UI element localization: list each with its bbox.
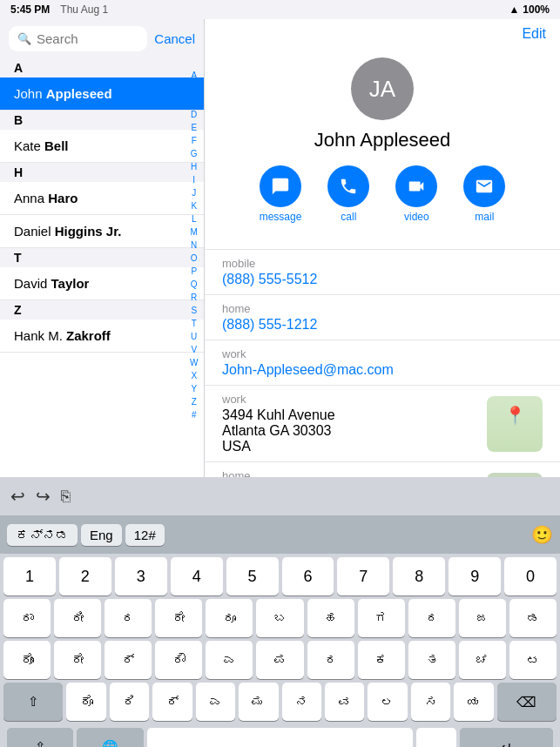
key-sa[interactable]: ಸ bbox=[411, 683, 450, 721]
key-cha[interactable]: ಚ bbox=[459, 641, 506, 679]
numbers-key[interactable]: 12# bbox=[125, 524, 165, 546]
index-V[interactable]: V bbox=[191, 344, 197, 356]
index-O[interactable]: O bbox=[191, 252, 198, 265]
key-dda[interactable]: ಡ bbox=[509, 599, 557, 637]
shift-key-bottom[interactable]: ⇧ bbox=[7, 728, 73, 747]
key-8[interactable]: 8 bbox=[393, 557, 445, 596]
emoji-key[interactable]: 🙂 bbox=[531, 524, 553, 545]
index-U[interactable]: U bbox=[191, 331, 197, 343]
key-5[interactable]: 5 bbox=[226, 557, 279, 596]
space-key[interactable] bbox=[147, 728, 414, 747]
index-D[interactable]: D bbox=[191, 109, 197, 121]
contact-item[interactable]: Daniel Higgins Jr. bbox=[0, 215, 204, 248]
delete-key[interactable]: ⌫ bbox=[497, 683, 557, 721]
index-T[interactable]: T bbox=[192, 318, 197, 330]
key-3[interactable]: 3 bbox=[115, 557, 167, 596]
index-A[interactable]: A bbox=[191, 70, 197, 82]
work-map-thumbnail[interactable]: 📍 bbox=[487, 396, 543, 452]
redo-icon[interactable]: ↪ bbox=[36, 486, 51, 507]
key-na[interactable]: ನ bbox=[282, 683, 321, 721]
key-2[interactable]: 2 bbox=[59, 557, 111, 596]
key-ro2[interactable]: ರೊ bbox=[66, 683, 105, 721]
index-hash[interactable]: # bbox=[192, 409, 197, 421]
key-4[interactable]: 4 bbox=[171, 557, 223, 596]
key-ree1[interactable]: ರೇ bbox=[54, 641, 101, 679]
index-N[interactable]: N bbox=[191, 239, 197, 252]
edit-button[interactable]: Edit bbox=[522, 26, 546, 42]
index-R[interactable]: R bbox=[191, 292, 197, 304]
search-input[interactable] bbox=[37, 31, 138, 46]
key-rr[interactable]: ರ್ bbox=[105, 641, 152, 679]
contact-item[interactable]: John Appleseed bbox=[0, 77, 204, 111]
index-Y[interactable]: Y bbox=[191, 383, 197, 395]
key-6[interactable]: 6 bbox=[282, 557, 334, 596]
key-pa[interactable]: ಪ bbox=[256, 641, 303, 679]
index-F[interactable]: F bbox=[192, 135, 197, 147]
period-key[interactable]: . bbox=[416, 728, 456, 747]
index-K[interactable]: K bbox=[191, 200, 197, 212]
index-P[interactable]: P bbox=[191, 266, 197, 278]
globe-key[interactable]: 🌐 bbox=[77, 728, 143, 747]
eng-key[interactable]: Eng bbox=[81, 524, 122, 546]
index-B[interactable]: B bbox=[191, 83, 197, 95]
index-I[interactable]: I bbox=[192, 174, 195, 186]
index-Z[interactable]: Z bbox=[192, 396, 197, 408]
message-action[interactable]: message bbox=[260, 165, 302, 223]
key-re1[interactable]: ರೇ bbox=[155, 599, 202, 637]
home-phone-value[interactable]: (888) 555-1212 bbox=[222, 317, 543, 333]
key-tta[interactable]: ಟ bbox=[509, 641, 557, 679]
index-E[interactable]: E bbox=[191, 122, 197, 134]
key-9[interactable]: 9 bbox=[449, 557, 501, 596]
video-action[interactable]: video bbox=[395, 165, 437, 223]
key-ro1[interactable]: ರೋ bbox=[3, 641, 51, 679]
key-ka[interactable]: ಕ bbox=[358, 641, 405, 679]
index-H[interactable]: H bbox=[191, 161, 197, 173]
key-e[interactable]: ಎ bbox=[206, 641, 253, 679]
key-da[interactable]: ದ bbox=[408, 599, 455, 637]
work-email-value[interactable]: John-Appleseed@mac.com bbox=[222, 362, 543, 378]
key-rhal[interactable]: ರ್ bbox=[152, 683, 192, 721]
index-J[interactable]: J bbox=[192, 187, 196, 199]
key-ri1[interactable]: ರೀ bbox=[54, 599, 101, 637]
index-G[interactable]: G bbox=[191, 148, 198, 160]
key-ri2[interactable]: ರಿ bbox=[110, 683, 149, 721]
key-7[interactable]: 7 bbox=[337, 557, 389, 596]
index-Q[interactable]: Q bbox=[191, 279, 198, 291]
contact-item[interactable]: David Taylor bbox=[0, 267, 204, 300]
index-W[interactable]: W bbox=[190, 357, 198, 369]
paste-icon[interactable]: ⎘ bbox=[61, 488, 71, 506]
key-va[interactable]: ವ bbox=[325, 683, 364, 721]
key-0[interactable]: 0 bbox=[504, 557, 557, 596]
contact-item[interactable]: Hank M. Zakroff bbox=[0, 320, 204, 353]
key-la[interactable]: ಲ bbox=[368, 683, 407, 721]
kannada-key[interactable]: ಕನ್ನಡ bbox=[7, 524, 78, 546]
mobile-value[interactable]: (888) 555-5512 bbox=[222, 272, 543, 287]
key-r1[interactable]: ರ bbox=[105, 599, 152, 637]
key-ta[interactable]: ತ bbox=[408, 641, 455, 679]
key-1[interactable]: 1 bbox=[3, 557, 56, 596]
key-ru1[interactable]: ರೂ bbox=[206, 599, 253, 637]
undo-icon[interactable]: ↩ bbox=[10, 486, 25, 507]
key-ya[interactable]: ಯ bbox=[454, 683, 493, 721]
key-ma[interactable]: ಮ bbox=[239, 683, 278, 721]
key-ee[interactable]: ಎ bbox=[196, 683, 235, 721]
return-key[interactable]: ↵ bbox=[460, 728, 553, 747]
cancel-button[interactable]: Cancel bbox=[154, 31, 195, 46]
index-S[interactable]: S bbox=[191, 305, 197, 317]
index-M[interactable]: M bbox=[191, 226, 198, 239]
contact-item[interactable]: Kate Bell bbox=[0, 130, 204, 163]
key-ja[interactable]: ಜ bbox=[459, 599, 506, 637]
index-L[interactable]: L bbox=[192, 213, 197, 225]
index-X[interactable]: X bbox=[191, 370, 197, 382]
key-ga[interactable]: ಗ bbox=[358, 599, 405, 637]
key-rau[interactable]: ರೌ bbox=[155, 641, 202, 679]
key-ba[interactable]: ಬ bbox=[256, 599, 303, 637]
mail-action[interactable]: mail bbox=[463, 165, 505, 223]
key-ra2[interactable]: ರ bbox=[307, 641, 354, 679]
contact-item[interactable]: Anna Haro bbox=[0, 182, 204, 215]
key-ha[interactable]: ಹ bbox=[307, 599, 354, 637]
index-C[interactable]: C bbox=[191, 96, 197, 108]
key-ra1[interactable]: ರಾ bbox=[3, 599, 51, 637]
shift-key[interactable]: ⇧ bbox=[3, 683, 63, 721]
call-action[interactable]: call bbox=[327, 165, 369, 223]
